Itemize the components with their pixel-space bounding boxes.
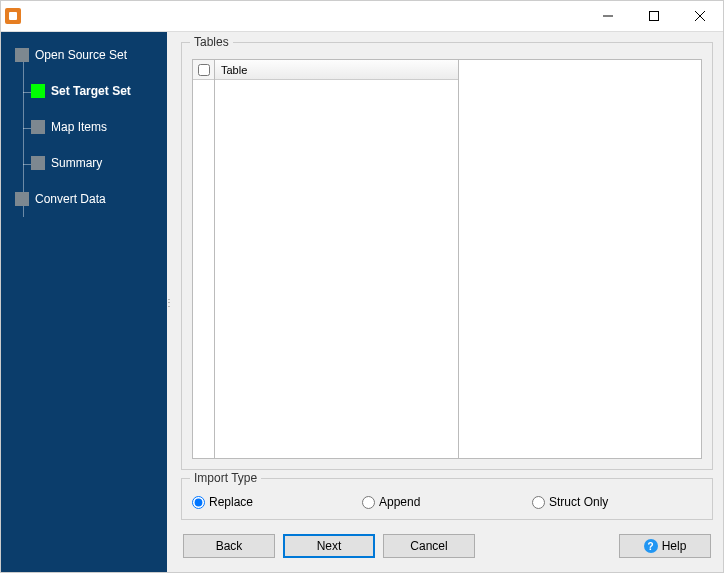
- button-label: Next: [317, 539, 342, 553]
- sidebar-item-label: Convert Data: [35, 192, 106, 206]
- help-button[interactable]: ? Help: [619, 534, 711, 558]
- sidebar-item-set-target-set[interactable]: Set Target Set: [1, 80, 167, 102]
- step-indicator-icon: [15, 48, 29, 62]
- sidebar-item-label: Summary: [51, 156, 102, 170]
- radio-label: Append: [379, 495, 420, 509]
- sidebar-item-label: Set Target Set: [51, 84, 131, 98]
- next-button[interactable]: Next: [283, 534, 375, 558]
- close-button[interactable]: [677, 1, 723, 31]
- maximize-button[interactable]: [631, 1, 677, 31]
- sidebar-item-map-items[interactable]: Map Items: [1, 116, 167, 138]
- button-label: Help: [662, 539, 687, 553]
- step-indicator-icon: [31, 120, 45, 134]
- import-type-options: Replace Append Struct Only: [192, 495, 702, 509]
- import-type-group: Import Type Replace Append Struct Only: [181, 478, 713, 520]
- radio-append-input[interactable]: [362, 496, 375, 509]
- import-type-title: Import Type: [190, 471, 261, 485]
- button-label: Back: [216, 539, 243, 553]
- content-pane: Tables Table Import Type Replace: [171, 32, 723, 572]
- sidebar-item-summary[interactable]: Summary: [1, 152, 167, 174]
- radio-label: Replace: [209, 495, 253, 509]
- window-controls: [585, 1, 723, 31]
- checkbox-column: [192, 59, 214, 459]
- svg-rect-1: [650, 12, 659, 21]
- wizard-sidebar: Open Source Set Set Target Set Map Items…: [1, 32, 167, 572]
- radio-replace[interactable]: Replace: [192, 495, 362, 509]
- tables-group-title: Tables: [190, 35, 233, 49]
- step-indicator-icon: [31, 156, 45, 170]
- table-name-column: Table: [214, 59, 459, 459]
- table-column-header[interactable]: Table: [215, 60, 458, 80]
- button-label: Cancel: [410, 539, 447, 553]
- sidebar-item-open-source-set[interactable]: Open Source Set: [1, 44, 167, 66]
- table-empty-area: [459, 59, 703, 459]
- radio-label: Struct Only: [549, 495, 608, 509]
- title-bar: [1, 1, 723, 32]
- button-spacer: [483, 534, 611, 558]
- wizard-buttons: Back Next Cancel ? Help: [181, 534, 713, 562]
- select-all-header[interactable]: [193, 60, 214, 80]
- help-icon: ?: [644, 539, 658, 553]
- back-button[interactable]: Back: [183, 534, 275, 558]
- radio-replace-input[interactable]: [192, 496, 205, 509]
- radio-struct-only[interactable]: Struct Only: [532, 495, 608, 509]
- splitter-handle[interactable]: [167, 32, 171, 572]
- tables-group: Tables Table: [181, 42, 713, 470]
- minimize-button[interactable]: [585, 1, 631, 31]
- step-indicator-icon: [31, 84, 45, 98]
- radio-struct-only-input[interactable]: [532, 496, 545, 509]
- tables-list: Table: [192, 59, 702, 459]
- step-indicator-icon: [15, 192, 29, 206]
- cancel-button[interactable]: Cancel: [383, 534, 475, 558]
- radio-append[interactable]: Append: [362, 495, 532, 509]
- select-all-checkbox[interactable]: [198, 64, 210, 76]
- sidebar-item-label: Open Source Set: [35, 48, 127, 62]
- app-icon: [5, 8, 21, 24]
- sidebar-item-convert-data[interactable]: Convert Data: [1, 188, 167, 210]
- main-layout: Open Source Set Set Target Set Map Items…: [1, 32, 723, 572]
- sidebar-item-label: Map Items: [51, 120, 107, 134]
